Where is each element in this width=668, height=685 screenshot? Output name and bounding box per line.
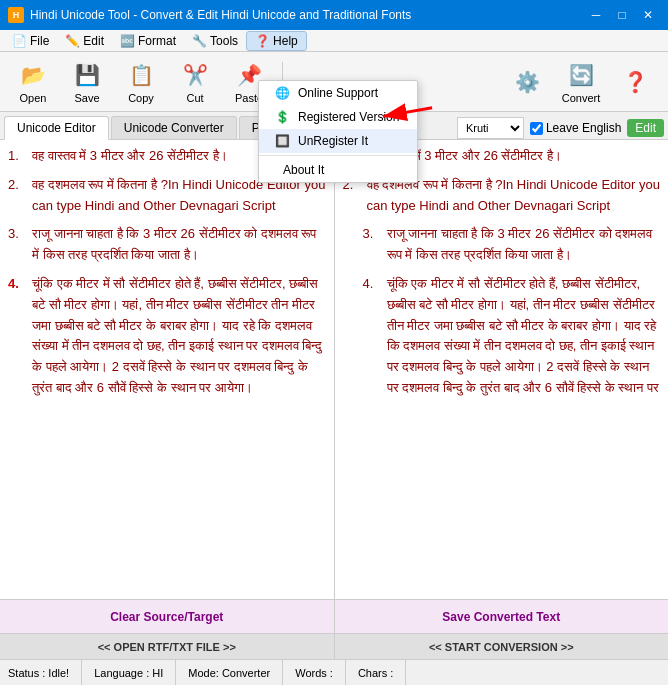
menu-tools[interactable]: 🔧 Tools [184, 32, 246, 50]
online-support-icon: 🌐 [275, 86, 290, 100]
right-para-4-text: चूंकि एक मीटर में सौ सेंटीमीटर होते हैं,… [387, 274, 661, 399]
tab-unicode-editor[interactable]: Unicode Editor [4, 116, 109, 140]
save-button[interactable]: 💾 Save [62, 56, 112, 108]
format-icon: 🔤 [120, 34, 135, 48]
save-icon: 💾 [72, 60, 102, 90]
right-para-3-num: 3. [363, 224, 387, 266]
start-conversion-button[interactable]: << START CONVERSION >> [335, 634, 669, 659]
right-para-4-num: 4. [363, 274, 387, 399]
open-button[interactable]: 📂 Open [8, 56, 58, 108]
convert-button[interactable]: 🔄 Convert [556, 56, 606, 108]
leave-english-checkbox[interactable] [530, 122, 543, 135]
copy-button[interactable]: 📋 Copy [116, 56, 166, 108]
bottom-buttons: Clear Source/Target Save Converted Text [0, 599, 668, 633]
status-mode: Mode: Converter [176, 660, 283, 685]
dropdown-about-it[interactable]: About It [259, 158, 417, 182]
window-controls: ─ □ ✕ [584, 5, 660, 25]
menu-bar: 📄 File ✏️ Edit 🔤 Format 🔧 Tools ❓ Help [0, 30, 668, 52]
status-chars: Chars : [346, 660, 406, 685]
tab-unicode-converter[interactable]: Unicode Converter [111, 116, 237, 139]
left-para-3: 3. राजू जानना चाहता है कि 3 मीटर 26 सेंट… [8, 224, 326, 266]
cut-icon: ✂️ [180, 60, 210, 90]
settings-icon: ⚙️ [512, 67, 542, 97]
menu-file[interactable]: 📄 File [4, 32, 57, 50]
edit-button[interactable]: Edit [627, 119, 664, 137]
right-para-3: 3. राजू जानना चाहता है कि 3 मीटर 26 सेंट… [343, 224, 661, 266]
clear-source-button[interactable]: Clear Source/Target [0, 600, 335, 633]
window-title: Hindi Unicode Tool - Convert & Edit Hind… [30, 8, 584, 22]
tools-icon: 🔧 [192, 34, 207, 48]
left-para-4-num: 4. [8, 274, 32, 399]
status-language: Language : HI [82, 660, 176, 685]
tab-options: Kruti Mangal Arial Leave English Edit [457, 117, 664, 139]
registered-version-icon: 💲 [275, 110, 290, 124]
menu-format[interactable]: 🔤 Format [112, 32, 184, 50]
left-para-4: 4. चूंकि एक मीटर में सौ सेंटीमीटर होते ह… [8, 274, 326, 399]
minimize-button[interactable]: ─ [584, 5, 608, 25]
left-para-2-num: 2. [8, 175, 32, 217]
dropdown-separator [259, 155, 417, 156]
content-area: 1. वह वास्तव में 3 मीटर और 26 सेंटीमीटर … [0, 140, 668, 599]
unregister-icon: 🔲 [275, 134, 290, 148]
font-select[interactable]: Kruti Mangal Arial [457, 117, 524, 139]
status-idle: Status : Idle! [8, 660, 82, 685]
title-bar: H Hindi Unicode Tool - Convert & Edit Hi… [0, 0, 668, 30]
help-large-button[interactable]: ❓ [610, 56, 660, 108]
open-icon: 📂 [18, 60, 48, 90]
settings-button[interactable]: ⚙️ [502, 56, 552, 108]
convert-icon: 🔄 [566, 60, 596, 90]
right-pane-content[interactable]: 1. वह वास्तव में 3 मीटर और 26 सेंटीमीटर … [335, 140, 669, 599]
right-para-3-text: राजू जानना चाहता है कि 3 मीटर 26 सेंटीमी… [387, 224, 661, 266]
close-button[interactable]: ✕ [636, 5, 660, 25]
right-pane: 1. वह वास्तव में 3 मीटर और 26 सेंटीमीटर … [335, 140, 669, 599]
status-bar: Status : Idle! Language : HI Mode: Conve… [0, 659, 668, 685]
action-buttons: << OPEN RTF/TXT FILE >> << START CONVERS… [0, 633, 668, 659]
help-icon: ❓ [255, 34, 270, 48]
menu-edit[interactable]: ✏️ Edit [57, 32, 112, 50]
restore-button[interactable]: □ [610, 5, 634, 25]
save-converted-button[interactable]: Save Converted Text [335, 600, 669, 633]
edit-icon: ✏️ [65, 34, 80, 48]
left-para-3-num: 3. [8, 224, 32, 266]
svg-line-1 [383, 108, 432, 117]
left-pane: 1. वह वास्तव में 3 मीटर और 26 सेंटीमीटर … [0, 140, 335, 599]
menu-help[interactable]: ❓ Help [246, 31, 307, 51]
cut-button[interactable]: ✂️ Cut [170, 56, 220, 108]
status-words: Words : [283, 660, 346, 685]
leave-english-label: Leave English [530, 121, 621, 135]
left-para-1-num: 1. [8, 146, 32, 167]
copy-icon: 📋 [126, 60, 156, 90]
left-para-1-text: वह वास्तव में 3 मीटर और 26 सेंटीमीटर है। [32, 146, 228, 167]
left-pane-content[interactable]: 1. वह वास्तव में 3 मीटर और 26 सेंटीमीटर … [0, 140, 334, 599]
help-large-icon: ❓ [620, 67, 650, 97]
open-rtf-button[interactable]: << OPEN RTF/TXT FILE >> [0, 634, 335, 659]
left-para-4-text: चूंकि एक मीटर में सौ सेंटीमीटर होते हैं,… [32, 274, 326, 399]
file-icon: 📄 [12, 34, 27, 48]
left-para-3-text: राजू जानना चाहता है कि 3 मीटर 26 सेंटीमी… [32, 224, 326, 266]
app-icon: H [8, 7, 24, 23]
right-para-4: 4. चूंकि एक मीटर में सौ सेंटीमीटर होते ह… [343, 274, 661, 399]
